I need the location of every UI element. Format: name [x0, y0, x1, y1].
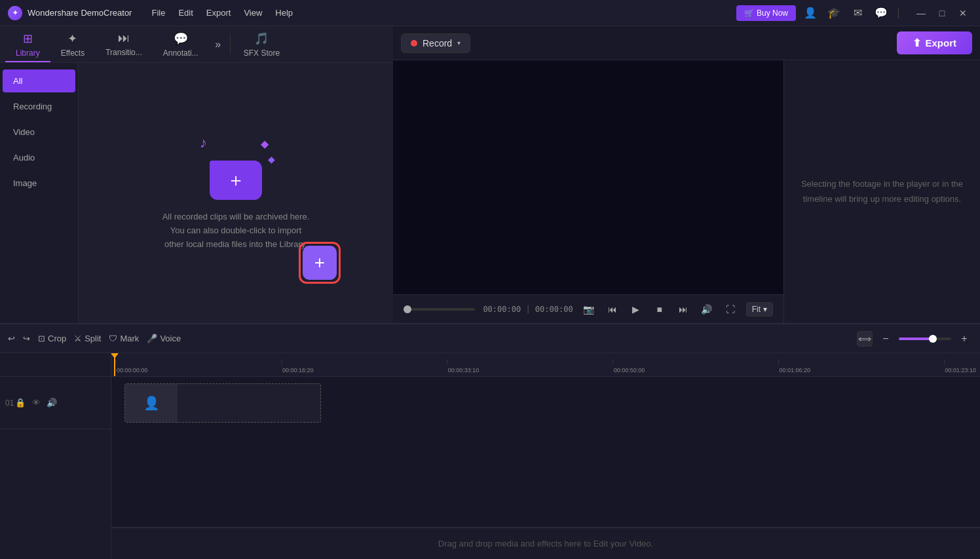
- buy-now-button[interactable]: 🛒 Buy Now: [736, 5, 796, 21]
- track-eye-button[interactable]: 👁: [29, 396, 43, 410]
- menu-edit[interactable]: Edit: [178, 8, 193, 18]
- sidebar-item-audio[interactable]: Audio: [3, 146, 75, 169]
- timeline-content: 01 🔒 👁 🔊 00:00:00:00 00:00:16:20: [0, 353, 980, 559]
- redo-button[interactable]: ↪: [23, 334, 30, 343]
- window-controls: — □ ✕: [912, 4, 972, 22]
- playhead: [114, 353, 115, 376]
- zoom-slider-fill: [899, 337, 930, 340]
- add-media-button[interactable]: +: [303, 246, 337, 280]
- microphone-icon: 🎤: [147, 334, 157, 343]
- fit-button[interactable]: Fit ▾: [746, 302, 773, 317]
- titlebar: ✦ Wondershare DemoCreator File Edit Expo…: [0, 0, 980, 26]
- menu-bar: File Edit Export View Help: [151, 8, 293, 18]
- panel-body: All Recording Video Audio Image ♪: [0, 63, 393, 323]
- preview-area: 00:00:00 | 00:00:00 📷 ⏮ ▶ ■ ⏭ 🔊 ⛶ Fit ▾: [393, 60, 980, 323]
- preview-controls: 00:00:00 | 00:00:00 📷 ⏮ ▶ ■ ⏭ 🔊 ⛶ Fit ▾: [393, 294, 783, 323]
- minimize-button[interactable]: —: [912, 4, 930, 22]
- menu-file[interactable]: File: [151, 8, 165, 18]
- timeline-ruler: 00:00:00:00 00:00:16:20 00:00:33:10 00:0…: [111, 353, 980, 377]
- preview-screen: [393, 60, 783, 294]
- star-icon: ◆: [261, 138, 269, 150]
- sidebar-item-video[interactable]: Video: [3, 121, 75, 144]
- music-note-icon: ♪: [200, 134, 207, 151]
- tab-divider: [230, 35, 231, 54]
- timeline-tracks: 00:00:00:00 00:00:16:20 00:00:33:10 00:0…: [111, 353, 980, 559]
- video-preview: 00:00:00 | 00:00:00 📷 ⏮ ▶ ■ ⏭ 🔊 ⛶ Fit ▾: [393, 60, 783, 323]
- split-button[interactable]: ⚔ Split: [74, 334, 101, 343]
- sfx-icon: 🎵: [254, 31, 269, 46]
- folder-icon: ＋: [210, 161, 262, 200]
- sidebar-item-all[interactable]: All: [3, 69, 75, 92]
- app-name: Wondershare DemoCreator: [28, 8, 132, 18]
- zoom-in-button[interactable]: +: [956, 331, 972, 347]
- timeline-drop-area: Drag and drop media and effects here to …: [111, 528, 980, 559]
- undo-icon: ↩: [8, 334, 15, 343]
- play-button[interactable]: ▶: [628, 301, 644, 317]
- ruler-mark-3: 00:00:50:00: [612, 367, 645, 374]
- split-icon: ⚔: [74, 334, 82, 343]
- tab-library[interactable]: ⊞ Library: [5, 26, 50, 62]
- annotations-icon: 💬: [174, 31, 188, 46]
- track-area: 👤: [111, 377, 980, 528]
- mark-icon: 🛡: [109, 334, 117, 343]
- timeline-section: ↩ ↪ ⊡ Crop ⚔ Split 🛡 Mark 🎤 Voice ⟺ −: [0, 323, 980, 559]
- record-button[interactable]: Record ▾: [401, 33, 470, 53]
- undo-button[interactable]: ↩: [8, 334, 15, 343]
- mark-button[interactable]: 🛡 Mark: [109, 334, 139, 343]
- library-illustration: ♪ ◆ ◆ ＋: [197, 134, 275, 200]
- tab-annotations[interactable]: 💬 Annotati...: [153, 26, 209, 62]
- tab-transitions[interactable]: ⏭ Transitio...: [95, 26, 153, 62]
- ruler-mark-4: 00:01:06:20: [778, 367, 811, 374]
- volume-button[interactable]: 🔊: [699, 301, 715, 317]
- ruler-mark-1: 00:00:16:20: [281, 367, 314, 374]
- chat-icon[interactable]: 💬: [872, 4, 890, 22]
- stop-button[interactable]: ■: [652, 301, 668, 317]
- fit-timeline-button[interactable]: ⟺: [857, 331, 873, 347]
- ruler-mark-5: 00:01:23:10: [943, 367, 976, 374]
- timecode-display: 00:00:00 | 00:00:00: [483, 305, 573, 314]
- export-button[interactable]: ⬆ Export: [897, 31, 972, 54]
- track-lock-button[interactable]: 🔒: [14, 396, 27, 410]
- titlebar-right: 🛒 Buy Now 👤 🎓 ✉ 💬 — □ ✕: [736, 4, 972, 22]
- media-clip[interactable]: 👤: [124, 383, 321, 423]
- diamond-icon: ◆: [268, 154, 275, 164]
- record-dot-icon: [411, 40, 417, 47]
- add-media-wrapper: +: [299, 242, 341, 284]
- voice-button[interactable]: 🎤 Voice: [147, 334, 181, 343]
- redo-icon: ↪: [23, 334, 30, 343]
- timeline-left-col: 01 🔒 👁 🔊: [0, 353, 111, 559]
- screenshot-button[interactable]: 📷: [581, 301, 597, 317]
- folder-plus-icon: ＋: [227, 168, 245, 193]
- step-forward-button[interactable]: ⏭: [675, 301, 691, 317]
- transitions-icon: ⏭: [118, 31, 130, 45]
- app-logo: ✦: [8, 6, 22, 20]
- close-button[interactable]: ✕: [954, 4, 972, 22]
- track-header: [0, 353, 111, 377]
- track-number: 01: [5, 398, 14, 408]
- zoom-out-button[interactable]: −: [878, 331, 894, 347]
- step-back-button[interactable]: ⏮: [605, 301, 620, 317]
- tab-more-button[interactable]: »: [209, 35, 227, 54]
- properties-panel: Selecting the footage in the player or i…: [783, 60, 980, 323]
- graduation-icon[interactable]: 🎓: [825, 4, 843, 22]
- zoom-slider[interactable]: [899, 337, 951, 340]
- playhead-triangle: [111, 353, 119, 358]
- track-volume-button[interactable]: 🔊: [45, 396, 58, 410]
- maximize-button[interactable]: □: [933, 4, 951, 22]
- tab-sfx-store[interactable]: 🎵 SFX Store: [233, 26, 290, 62]
- account-icon[interactable]: 👤: [801, 4, 820, 22]
- menu-help[interactable]: Help: [275, 8, 293, 18]
- tab-effects[interactable]: ✦ Effects: [50, 26, 95, 62]
- preview-scrubber[interactable]: [404, 308, 475, 311]
- mail-icon[interactable]: ✉: [848, 4, 867, 22]
- export-icon: ⬆: [913, 37, 921, 49]
- sidebar-item-recording[interactable]: Recording: [3, 95, 75, 118]
- menu-export[interactable]: Export: [206, 8, 231, 18]
- effects-icon: ✦: [67, 31, 77, 46]
- sidebar-item-image[interactable]: Image: [3, 172, 75, 195]
- left-panel: ⊞ Library ✦ Effects ⏭ Transitio... 💬 Ann…: [0, 26, 393, 323]
- crop-button[interactable]: ⊡ Crop: [38, 334, 66, 343]
- crop-icon: ⊡: [38, 334, 45, 343]
- menu-view[interactable]: View: [244, 8, 262, 18]
- fullscreen-button[interactable]: ⛶: [723, 301, 738, 317]
